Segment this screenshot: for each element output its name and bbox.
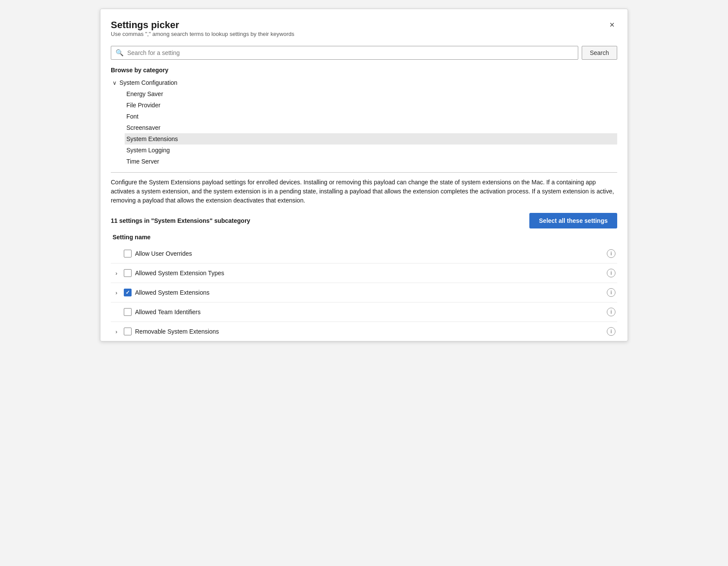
search-row: 🔍 Search (111, 46, 617, 60)
setting-row-allow-user-overrides: Allow User Overrides i (111, 244, 617, 264)
sub-item-font[interactable]: Font (125, 111, 617, 122)
settings-picker-dialog: Settings picker Use commas "," among sea… (100, 9, 628, 341)
sub-item-system-extensions[interactable]: System Extensions (125, 133, 617, 145)
dialog-subtitle: Use commas "," among search terms to loo… (111, 31, 294, 37)
sub-items-list: Energy Saver File Provider Font Screensa… (125, 88, 617, 167)
sub-item-file-provider[interactable]: File Provider (125, 100, 617, 111)
expand-arrow-allowed-extension-types[interactable]: › (113, 270, 120, 277)
checkbox-allowed-extension-types[interactable] (124, 269, 132, 277)
title-area: Settings picker Use commas "," among sea… (111, 19, 294, 43)
browse-by-category-label: Browse by category (111, 67, 617, 74)
sub-item-energy-saver[interactable]: Energy Saver (125, 88, 617, 100)
category-system-configuration[interactable]: ∨ System Configuration (111, 77, 617, 88)
section-divider (111, 172, 617, 173)
setting-row-removable-system-extensions: › Removable System Extensions i (111, 322, 617, 341)
info-icon-removable-system-extensions[interactable]: i (607, 327, 615, 336)
setting-label-allowed-extension-types: Allowed System Extension Types (135, 270, 603, 277)
checkbox-allowed-team-identifiers[interactable] (124, 308, 132, 316)
info-icon-allowed-team-identifiers[interactable]: i (607, 308, 615, 316)
checkbox-allowed-system-extensions[interactable] (124, 289, 132, 296)
setting-label-allow-user-overrides: Allow User Overrides (135, 250, 603, 257)
expand-arrow-allowed-system-extensions[interactable]: › (113, 289, 120, 296)
setting-row-allowed-extension-types: › Allowed System Extension Types i (111, 264, 617, 283)
select-all-button[interactable]: Select all these settings (529, 213, 617, 228)
info-icon-allowed-system-extensions[interactable]: i (607, 288, 615, 297)
setting-label-allowed-system-extensions: Allowed System Extensions (135, 289, 603, 296)
category-label: System Configuration (119, 79, 177, 86)
search-button[interactable]: Search (582, 46, 617, 60)
category-tree: ∨ System Configuration Energy Saver File… (111, 77, 617, 167)
dialog-title: Settings picker (111, 19, 294, 31)
search-icon: 🔍 (116, 49, 124, 57)
settings-header-row: 11 settings in "System Extensions" subca… (111, 213, 617, 228)
setting-label-allowed-team-identifiers: Allowed Team Identifiers (135, 309, 603, 315)
description-text: Configure the System Extensions payload … (111, 178, 617, 205)
info-icon-allow-user-overrides[interactable]: i (607, 249, 615, 258)
checkbox-allow-user-overrides[interactable] (124, 250, 132, 257)
settings-count: 11 settings in "System Extensions" subca… (111, 217, 250, 224)
search-input-wrapper: 🔍 (111, 46, 578, 60)
setting-label-removable-system-extensions: Removable System Extensions (135, 328, 603, 335)
info-icon-allowed-extension-types[interactable]: i (607, 269, 615, 277)
dialog-header: Settings picker Use commas "," among sea… (111, 19, 617, 43)
search-input[interactable] (127, 49, 573, 56)
setting-row-allowed-system-extensions: › Allowed System Extensions i (111, 283, 617, 302)
setting-row-allowed-team-identifiers: Allowed Team Identifiers i (111, 302, 617, 322)
close-button[interactable]: × (607, 19, 617, 30)
chevron-down-icon: ∨ (113, 80, 117, 86)
settings-list: Allow User Overrides i › Allowed System … (111, 244, 617, 341)
expand-arrow-removable-extensions[interactable]: › (113, 328, 120, 335)
setting-name-column-header: Setting name (111, 234, 617, 241)
checkbox-removable-system-extensions[interactable] (124, 328, 132, 335)
sub-item-screensaver[interactable]: Screensaver (125, 122, 617, 133)
sub-item-system-logging[interactable]: System Logging (125, 145, 617, 156)
sub-item-time-server[interactable]: Time Server (125, 156, 617, 167)
